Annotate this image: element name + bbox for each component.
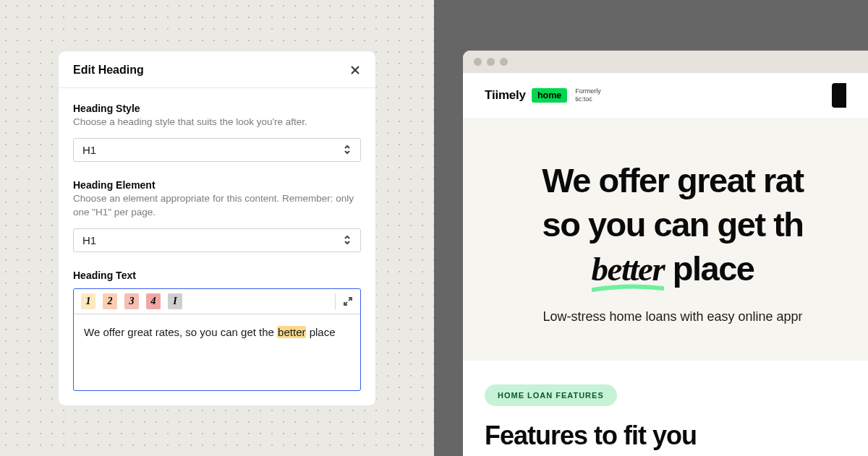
menu-button[interactable] [832, 83, 846, 108]
logo-badge: home [532, 88, 567, 103]
hero-emphasis-word: better [592, 247, 665, 291]
editor-panel: Edit Heading Heading Style Choose a head… [0, 0, 434, 456]
browser-chrome [463, 51, 868, 73]
traffic-light-icon [487, 58, 495, 66]
chevron-updown-icon [343, 145, 352, 155]
style-4-button[interactable]: 4 [146, 293, 161, 309]
italic-button[interactable]: I [168, 293, 182, 309]
style-1-button[interactable]: 1 [81, 293, 95, 309]
traffic-light-icon [474, 58, 482, 66]
heading-text-label: Heading Text [73, 270, 361, 281]
card-header: Edit Heading [59, 51, 375, 88]
hero-line2: so you can get th [503, 202, 843, 246]
heading-text-editor: 1 2 3 4 I We offer great rates, so you c… [73, 288, 361, 391]
heading-style-label: Heading Style [73, 103, 361, 114]
text-pre: We offer great rates, so you can get the [84, 326, 277, 338]
text-post: place [306, 326, 335, 338]
features-pill: HOME LOAN FEATURES [485, 384, 617, 406]
features-section: HOME LOAN FEATURES Features to fit you [463, 361, 868, 451]
formerly-label: Formerly tic:toc [575, 87, 601, 103]
browser-window: Tiimely home Formerly tic:toc We offer g… [463, 51, 868, 456]
heading-element-value: H1 [82, 234, 96, 246]
hero-heading: We offer great rat so you can get th bet… [503, 158, 843, 291]
underline-swoosh-icon [592, 283, 665, 293]
heading-element-label: Heading Element [73, 179, 361, 191]
heading-style-section: Heading Style Choose a heading style tha… [73, 103, 361, 162]
heading-style-value: H1 [82, 144, 96, 156]
hero-line3-post: place [664, 249, 754, 288]
close-icon[interactable] [349, 64, 361, 76]
heading-style-hint: Choose a heading style that suits the lo… [73, 116, 361, 129]
site-header: Tiimely home Formerly tic:toc [463, 73, 868, 119]
preview-panel: Tiimely home Formerly tic:toc We offer g… [434, 0, 868, 456]
traffic-light-icon [500, 58, 508, 66]
expand-icon[interactable] [335, 293, 353, 309]
heading-style-select[interactable]: H1 [73, 138, 361, 162]
card-title: Edit Heading [73, 64, 144, 77]
heading-text-input[interactable]: We offer great rates, so you can get the… [74, 314, 360, 390]
heading-element-select[interactable]: H1 [73, 228, 361, 252]
hero-line1: We offer great rat [503, 158, 843, 202]
card-body: Heading Style Choose a heading style tha… [59, 88, 375, 405]
edit-heading-card: Edit Heading Heading Style Choose a head… [58, 51, 376, 406]
hero-line3: better place [503, 246, 843, 291]
logo-text: Tiimely [485, 88, 526, 103]
style-3-button[interactable]: 3 [124, 293, 139, 309]
features-heading: Features to fit you [485, 421, 846, 451]
heading-element-section: Heading Element Choose an element approp… [73, 179, 361, 252]
text-highlight: better [277, 326, 306, 338]
heading-text-section: Heading Text 1 2 3 4 I We offer great ra… [73, 270, 361, 391]
hero-subheading: Low-stress home loans with easy online a… [503, 309, 843, 324]
text-toolbar: 1 2 3 4 I [74, 289, 360, 314]
heading-element-hint: Choose an element appropriate for this c… [73, 192, 361, 220]
chevron-updown-icon [343, 235, 352, 245]
style-2-button[interactable]: 2 [103, 293, 117, 309]
hero-section: We offer great rat so you can get th bet… [463, 119, 868, 361]
